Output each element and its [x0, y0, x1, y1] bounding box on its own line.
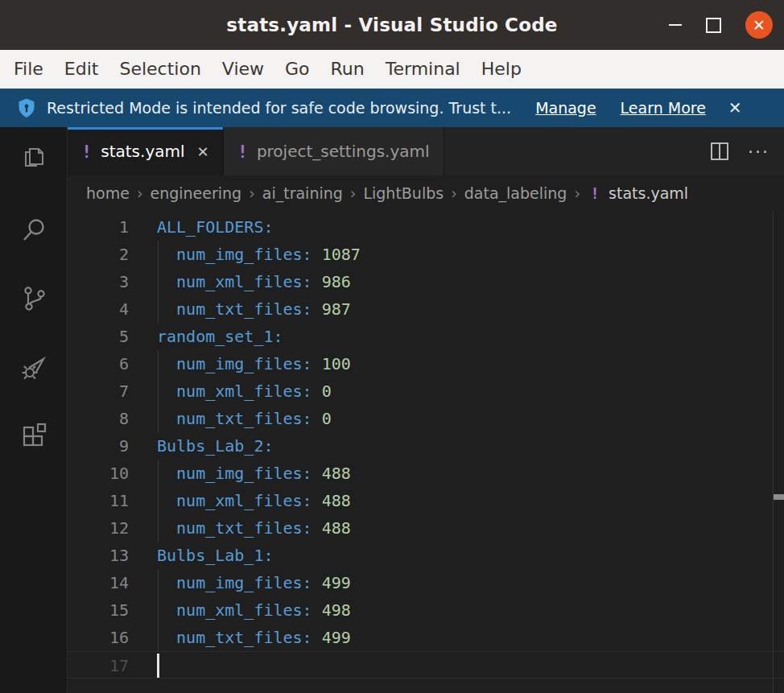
run-and-debug-icon[interactable]	[19, 351, 49, 382]
chevron-right-icon: ›	[444, 184, 464, 202]
line-number: 16	[68, 624, 129, 651]
chevron-right-icon: ›	[344, 184, 363, 202]
learn-more-link[interactable]: Learn More	[621, 99, 706, 117]
line-content: num_xml_files: 0	[157, 377, 784, 405]
code-line[interactable]: 9Bulbs_Lab_2:	[68, 432, 784, 460]
yaml-value: 986	[312, 272, 351, 291]
banner-message: Restricted Mode is intended for safe cod…	[47, 99, 511, 117]
activity-bar	[0, 127, 68, 693]
yaml-key: num_xml_files:	[157, 382, 312, 401]
menu-item-selection[interactable]: Selection	[109, 50, 211, 89]
code-line[interactable]: 2 num_img_files: 1087	[68, 241, 784, 268]
line-number: 17	[68, 652, 129, 678]
indent-guide	[158, 295, 159, 323]
code-line[interactable]: 3 num_xml_files: 986	[68, 268, 784, 295]
yaml-value: 0	[312, 409, 332, 428]
minimize-icon[interactable]	[669, 24, 682, 26]
manage-link[interactable]: Manage	[535, 99, 596, 117]
yaml-value: 0	[312, 382, 332, 401]
code-line[interactable]: 15 num_xml_files: 498	[68, 596, 784, 624]
menu-bar: FileEditSelectionViewGoRunTerminalHelp	[0, 50, 784, 89]
code-line[interactable]: 11 num_xml_files: 488	[68, 487, 784, 514]
line-number: 5	[68, 323, 129, 350]
overview-ruler-border	[773, 211, 774, 693]
more-actions-icon[interactable]: ···	[748, 142, 770, 162]
line-content: random_set_1:	[157, 323, 784, 350]
editor-group: ! stats.yaml ✕ ! project_settings.yaml ·…	[68, 127, 784, 693]
yaml-key: Bulbs_Lab_2:	[157, 436, 274, 456]
code-line[interactable]: 7 num_xml_files: 0	[68, 377, 784, 405]
line-number: 11	[68, 487, 129, 514]
menu-item-help[interactable]: Help	[471, 50, 532, 89]
maximize-icon[interactable]	[706, 18, 721, 33]
menu-item-run[interactable]: Run	[320, 50, 375, 89]
code-line[interactable]: 13Bulbs_Lab_1:	[68, 542, 784, 569]
chevron-right-icon: ›	[567, 184, 587, 202]
line-content: Bulbs_Lab_2:	[157, 432, 784, 460]
line-content: num_txt_files: 499	[157, 624, 784, 651]
line-content: num_img_files: 488	[157, 460, 784, 487]
code-line[interactable]: 16 num_txt_files: 499	[68, 624, 784, 651]
code-line[interactable]: 1ALL_FOLDERS:	[68, 213, 784, 241]
window-controls: ✕	[669, 0, 773, 50]
code-editor[interactable]: 1ALL_FOLDERS:2 num_img_files: 10873 num_…	[68, 211, 784, 693]
code-line[interactable]: 4 num_txt_files: 987	[68, 295, 784, 323]
chevron-right-icon: ›	[242, 184, 262, 202]
line-content: Bulbs_Lab_1:	[157, 542, 784, 569]
yaml-file-icon: !	[590, 184, 600, 203]
indent-guide	[158, 487, 159, 514]
yaml-key: num_xml_files:	[157, 491, 312, 510]
code-line[interactable]: 8 num_txt_files: 0	[68, 405, 784, 432]
banner-close-icon[interactable]: ✕	[728, 98, 742, 118]
line-number: 4	[68, 295, 129, 323]
chevron-right-icon: ›	[130, 184, 150, 202]
indent-guide	[158, 268, 159, 295]
line-number: 2	[68, 241, 129, 268]
source-control-icon[interactable]	[19, 283, 49, 314]
code-line[interactable]: 17	[68, 651, 784, 679]
breadcrumb-item-data_labeling[interactable]: data_labeling	[464, 184, 568, 202]
breadcrumb-item-engineering[interactable]: engineering	[149, 184, 242, 202]
code-line[interactable]: 6 num_img_files: 100	[68, 350, 784, 377]
window-title: stats.yaml - Visual Studio Code	[226, 14, 557, 35]
menu-item-file[interactable]: File	[3, 50, 54, 89]
yaml-value: 987	[312, 299, 351, 319]
tab-close-icon[interactable]: ✕	[197, 143, 209, 160]
tab-label: stats.yaml	[101, 142, 184, 161]
menu-item-go[interactable]: Go	[274, 50, 320, 89]
code-line[interactable]: 5random_set_1:	[68, 323, 784, 350]
tab-stats-yaml[interactable]: ! stats.yaml ✕	[68, 127, 224, 175]
close-window-icon[interactable]: ✕	[745, 11, 773, 39]
menu-item-terminal[interactable]: Terminal	[375, 50, 471, 89]
menu-item-edit[interactable]: Edit	[54, 50, 109, 89]
indent-guide	[158, 514, 159, 542]
yaml-file-icon: !	[237, 142, 248, 162]
line-number: 12	[68, 514, 129, 542]
tab-label: project_settings.yaml	[257, 142, 430, 161]
line-number: 10	[68, 460, 129, 487]
split-editor-icon[interactable]	[709, 141, 730, 162]
line-number: 1	[68, 213, 129, 241]
extensions-icon[interactable]	[19, 420, 49, 451]
breadcrumb-item-home[interactable]: home	[85, 184, 130, 202]
menu-item-view[interactable]: View	[212, 50, 274, 89]
tab-project-settings-yaml[interactable]: ! project_settings.yaml	[224, 127, 444, 175]
code-line[interactable]: 10 num_img_files: 488	[68, 460, 784, 487]
line-content: num_xml_files: 498	[157, 596, 784, 624]
search-icon[interactable]	[19, 215, 49, 245]
yaml-value: 488	[312, 518, 351, 538]
yaml-key: num_img_files:	[157, 245, 312, 264]
breadcrumb-file[interactable]: stats.yaml	[608, 184, 689, 202]
explorer-icon[interactable]	[19, 142, 49, 173]
code-line[interactable]: 12 num_txt_files: 488	[68, 514, 784, 542]
yaml-key: num_xml_files:	[157, 600, 312, 620]
yaml-key: num_txt_files:	[157, 299, 312, 319]
tab-bar: ! stats.yaml ✕ ! project_settings.yaml ·…	[68, 127, 784, 175]
code-line[interactable]: 14 num_img_files: 499	[68, 569, 784, 596]
breadcrumb-item-ai_training[interactable]: ai_training	[262, 184, 344, 202]
indent-guide	[158, 460, 159, 487]
yaml-key: num_img_files:	[157, 573, 312, 592]
line-content: num_txt_files: 987	[157, 295, 784, 323]
breadcrumb-item-lightbulbs[interactable]: LightBulbs	[362, 184, 444, 202]
line-number: 7	[68, 377, 129, 405]
